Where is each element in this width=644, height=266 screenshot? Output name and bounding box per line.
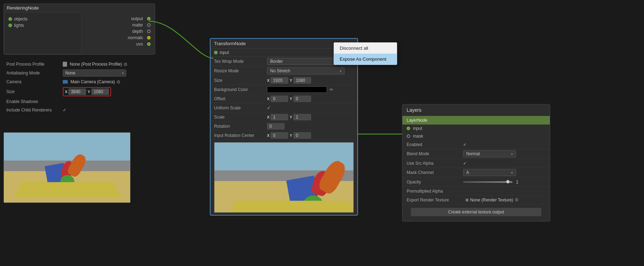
export-settings-icon[interactable]: ⚙ xyxy=(515,197,519,202)
scale-row: Scale X 1 Y 1 xyxy=(211,113,357,122)
antialiasing-label: Antialiasing Mode xyxy=(6,71,63,75)
settings-icon[interactable]: ⚙ xyxy=(123,62,128,67)
normals-socket-row: normals xyxy=(86,35,151,40)
layer-mask-socket[interactable] xyxy=(407,134,410,138)
enabled-row: Enabled ✓ xyxy=(402,140,550,149)
tex-wrap-dropdown[interactable]: Border ▾ xyxy=(267,58,345,65)
matte-label: matte xyxy=(132,23,143,28)
doc-icon xyxy=(63,62,67,67)
blend-mode-value: Normal ▾ xyxy=(463,150,546,157)
tex-wrap-label: Tex Wrap Mode xyxy=(214,59,267,64)
size-row: Size X 3840 Y 1080 xyxy=(4,86,155,97)
include-child-value: ✓ xyxy=(63,108,152,113)
matte-socket[interactable] xyxy=(147,23,151,27)
opacity-thumb[interactable] xyxy=(506,180,510,183)
irc-x-val[interactable]: 0 xyxy=(271,132,288,139)
size-y-input: Y 1080 xyxy=(87,89,109,95)
scale-x: X 1 xyxy=(267,114,288,120)
input-rotation-center-value: X 0 Y 0 xyxy=(267,132,354,139)
include-child-check: ✓ xyxy=(63,108,66,113)
use-src-alpha-check: ✓ xyxy=(463,161,467,166)
layer-input-socket[interactable] xyxy=(407,127,410,130)
create-texture-output-button[interactable]: Create external texture output xyxy=(411,208,541,216)
antialiasing-dropdown[interactable]: None ▾ xyxy=(63,69,126,77)
scale-label: Scale xyxy=(214,115,267,120)
mask-channel-value: A ▾ xyxy=(463,169,546,176)
transform-props: Tex Wrap Mode Border ▾ Resize Mode No St… xyxy=(211,57,357,140)
blend-mode-arrow: ▾ xyxy=(511,152,513,156)
layers-panel: Layers LayerNode input mask Enabled ✓ Bl… xyxy=(402,104,550,222)
expose-as-component-item[interactable]: Expose As Component xyxy=(334,54,397,65)
camera-row: Camera Main Camera (Camera) ⚙ xyxy=(4,78,155,86)
tn-size-x-val[interactable]: 1920 xyxy=(271,77,288,84)
normals-socket[interactable] xyxy=(147,36,151,40)
resize-mode-value: No Stretch ▾ xyxy=(267,67,354,74)
irc-y-val[interactable]: 0 xyxy=(293,132,311,139)
bg-color-value: ✏ xyxy=(267,86,354,93)
objects-socket[interactable] xyxy=(8,17,12,21)
lights-socket[interactable] xyxy=(8,24,12,27)
size-x-value[interactable]: 3840 xyxy=(68,89,86,95)
rendering-node: RenderingNode objects lights output matt… xyxy=(4,4,155,55)
transform-input-label: input xyxy=(220,50,229,55)
camera-text: Main Camera (Camera) xyxy=(71,79,115,84)
irc-y: Y 0 xyxy=(290,132,311,139)
transform-input-socket[interactable] xyxy=(214,51,218,54)
irc-x: X 0 xyxy=(267,132,288,139)
uniform-scale-check: ✓ xyxy=(267,105,271,110)
irc-y-label: Y xyxy=(290,133,292,138)
offset-y-label: Y xyxy=(290,97,292,101)
opacity-value: 1 xyxy=(463,180,546,185)
tn-size-label: Size xyxy=(214,78,267,83)
offset-x: X 0 xyxy=(267,96,288,102)
size-y-value[interactable]: 1080 xyxy=(91,89,109,95)
tn-size-x-label: X xyxy=(267,78,269,83)
use-src-alpha-row: Use Src Alpha ✓ xyxy=(402,159,550,168)
post-process-text: None (Post Process Profile) xyxy=(70,62,122,67)
output-socket[interactable] xyxy=(147,17,151,20)
uniform-scale-value: ✓ xyxy=(267,105,354,110)
camera-icon xyxy=(63,80,68,84)
rotation-row: Rotation 0 xyxy=(211,122,357,131)
layer-node-bar[interactable]: LayerNode xyxy=(402,116,550,125)
depth-socket[interactable] xyxy=(147,30,151,33)
layers-title: Layers xyxy=(402,104,550,116)
resize-mode-dropdown[interactable]: No Stretch ▾ xyxy=(267,67,345,74)
uniform-scale-label: Uniform Scale xyxy=(214,105,267,110)
enable-shadows-label: Enable Shadows xyxy=(6,99,63,104)
output-socket-row: output xyxy=(86,16,151,21)
uvs-label: uvs xyxy=(136,42,143,47)
uvs-socket[interactable] xyxy=(147,42,151,46)
rendering-node-title: RenderingNode xyxy=(4,4,155,12)
dropdown-arrow: ▾ xyxy=(122,71,124,75)
scale-x-val[interactable]: 1 xyxy=(271,114,288,120)
offset-x-val[interactable]: 0 xyxy=(271,96,288,102)
opacity-slider[interactable] xyxy=(463,181,512,183)
blend-mode-dropdown[interactable]: Normal ▾ xyxy=(463,150,516,157)
scale-y-label: Y xyxy=(290,115,292,119)
rotation-val[interactable]: 0 xyxy=(267,123,285,129)
camera-settings-icon[interactable]: ⚙ xyxy=(116,79,121,85)
disconnect-all-item[interactable]: Disconnect all xyxy=(334,43,397,54)
scale-y-val[interactable]: 1 xyxy=(293,114,311,120)
include-child-row: Include Child Renderers ✓ xyxy=(4,106,155,114)
mask-channel-arrow: ▾ xyxy=(511,171,513,175)
transform-scene xyxy=(214,143,353,212)
use-src-alpha-value: ✓ xyxy=(463,161,546,166)
depth-label: depth xyxy=(132,29,143,34)
layer-input-label: input xyxy=(413,126,422,131)
floor-plane xyxy=(14,182,120,197)
include-child-label: Include Child Renderers xyxy=(6,108,63,113)
offset-y-val[interactable]: 0 xyxy=(293,96,311,102)
tn-size-y-val[interactable]: 1080 xyxy=(293,77,311,84)
offset-label: Offset xyxy=(214,96,267,101)
tn-size-value: X 1920 Y 1080 xyxy=(267,77,354,84)
opacity-row: Opacity 1 xyxy=(402,177,550,187)
bg-color-swatch[interactable] xyxy=(267,86,327,93)
eyedropper-icon[interactable]: ✏ xyxy=(330,87,333,92)
mask-channel-label: Mask Channel xyxy=(407,170,463,175)
premultiplied-alpha-label: Premultiplied Alpha xyxy=(407,189,463,194)
layer-input-socket-row: input xyxy=(402,125,550,132)
mask-channel-dropdown[interactable]: A ▾ xyxy=(463,169,516,176)
uniform-scale-row: Uniform Scale ✓ xyxy=(211,103,357,113)
